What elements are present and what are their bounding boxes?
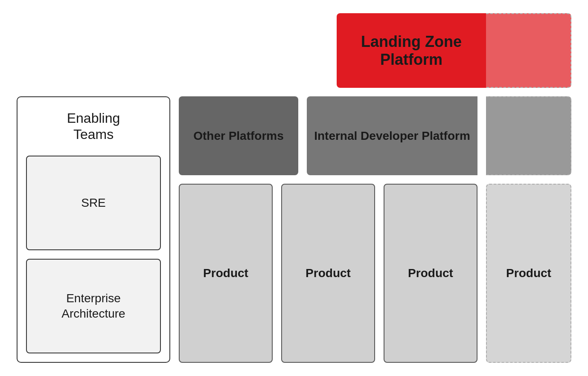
landing-zone-dashed-extension: [486, 13, 571, 88]
sre-label: SRE: [81, 195, 106, 211]
other-platforms-box: Other Platforms: [179, 96, 298, 175]
landing-zone-label: Landing Zone Platform: [337, 33, 486, 69]
content-rows: EnablingTeams SRE EnterpriseArchitecture…: [17, 96, 571, 363]
idp-label: Internal Developer Platform: [314, 129, 470, 143]
enterprise-architecture-box: EnterpriseArchitecture: [26, 259, 161, 353]
product-row: Product Product Product Product: [179, 184, 571, 363]
product-label-1: Product: [203, 266, 248, 280]
product-box-2: Product: [281, 184, 375, 363]
top-row: Landing Zone Platform: [17, 13, 571, 88]
enabling-teams-label: EnablingTeams: [26, 106, 161, 147]
landing-zone-platform-box: Landing Zone Platform: [337, 13, 486, 88]
product-box-1: Product: [179, 184, 273, 363]
product-box-3: Product: [384, 184, 477, 363]
enabling-teams-column: EnablingTeams SRE EnterpriseArchitecture: [17, 96, 170, 363]
idp-box: Internal Developer Platform: [307, 96, 477, 175]
product-label-3: Product: [408, 266, 453, 280]
diagram-container: Landing Zone Platform EnablingTeams SRE …: [17, 13, 571, 363]
platform-row: Other Platforms Internal Developer Platf…: [179, 96, 571, 175]
enterprise-architecture-label: EnterpriseArchitecture: [61, 291, 125, 322]
product-box-4: Product: [486, 184, 571, 363]
product-label-4: Product: [506, 266, 551, 280]
right-area: Other Platforms Internal Developer Platf…: [179, 96, 571, 363]
idp-dashed-extension: [486, 96, 571, 175]
product-label-2: Product: [306, 266, 351, 280]
sre-box: SRE: [26, 156, 161, 250]
other-platforms-label: Other Platforms: [193, 129, 284, 143]
